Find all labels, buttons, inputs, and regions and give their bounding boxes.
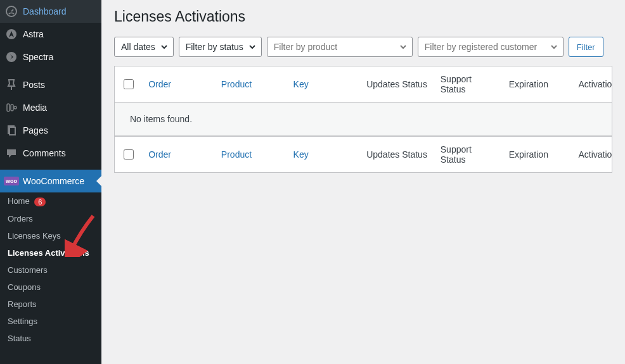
column-header-activation: Activation Status bbox=[572, 72, 612, 97]
sidebar-item-label: Pages bbox=[23, 125, 48, 135]
select-all-cell-footer bbox=[115, 142, 142, 167]
sidebar-item-astra[interactable]: Astra bbox=[0, 23, 101, 46]
pages-icon bbox=[5, 124, 18, 137]
submenu-item-customers[interactable]: Customers bbox=[0, 261, 101, 279]
chevron-down-icon bbox=[550, 43, 558, 51]
submenu-item-settings[interactable]: Settings bbox=[0, 313, 101, 330]
dashboard-icon bbox=[5, 5, 18, 18]
filter-button[interactable]: Filter bbox=[569, 37, 603, 57]
sidebar-item-label: Comments bbox=[23, 148, 66, 158]
select-placeholder: Filter by product bbox=[274, 42, 337, 52]
column-footer-key[interactable]: Key bbox=[287, 142, 361, 167]
table-header: Order Product Key Updates Status Support… bbox=[115, 66, 612, 103]
submenu-label: Customers bbox=[8, 265, 48, 275]
sidebar-item-label: Dashboard bbox=[23, 6, 67, 16]
submenu-item-orders[interactable]: Orders bbox=[0, 210, 101, 227]
submenu-label: Licenses Keys bbox=[8, 231, 61, 241]
submenu-label: Coupons bbox=[8, 282, 41, 292]
submenu-item-home[interactable]: Home 6 bbox=[0, 192, 101, 210]
sidebar-item-label: WooCommerce bbox=[23, 176, 84, 186]
column-header-support: Support Status bbox=[434, 66, 503, 102]
column-footer-updates: Updates Status bbox=[360, 142, 434, 167]
filter-bar: All dates Filter by status Filter by pro… bbox=[114, 37, 612, 57]
sidebar-item-pages[interactable]: Pages bbox=[0, 119, 101, 142]
comments-icon bbox=[5, 147, 18, 160]
select-all-checkbox-footer[interactable] bbox=[124, 149, 134, 160]
spectra-icon bbox=[5, 51, 18, 63]
submenu-label: Settings bbox=[8, 317, 37, 326]
sidebar-item-media[interactable]: Media bbox=[0, 96, 101, 119]
sidebar-item-posts[interactable]: Posts bbox=[0, 73, 101, 96]
column-header-expiration: Expiration bbox=[503, 72, 572, 97]
sidebar-item-label: Media bbox=[23, 103, 47, 113]
empty-state: No items found. bbox=[115, 103, 612, 136]
svg-line-1 bbox=[11, 9, 13, 11]
sidebar-item-label: Posts bbox=[23, 80, 45, 90]
chevron-down-icon bbox=[399, 43, 407, 51]
status-select[interactable]: Filter by status bbox=[179, 37, 262, 57]
svg-point-3 bbox=[6, 52, 16, 62]
main-content: Licenses Activations All dates Filter by… bbox=[101, 0, 625, 364]
submenu-label: Home bbox=[8, 196, 30, 206]
submenu-item-licenses-keys[interactable]: Licenses Keys bbox=[0, 227, 101, 244]
submenu-label: Orders bbox=[8, 214, 33, 223]
data-table: Order Product Key Updates Status Support… bbox=[114, 66, 612, 173]
submenu-item-coupons[interactable]: Coupons bbox=[0, 279, 101, 296]
sidebar-item-label: Astra bbox=[23, 29, 44, 39]
badge-count: 6 bbox=[34, 198, 46, 206]
sidebar-item-dashboard[interactable]: Dashboard bbox=[0, 0, 101, 23]
page-title: Licenses Activations bbox=[114, 8, 612, 25]
chevron-down-icon bbox=[248, 43, 256, 51]
submenu-item-licenses-activations[interactable]: Licenses Activations bbox=[0, 244, 101, 261]
dates-select[interactable]: All dates bbox=[114, 37, 174, 57]
product-select[interactable]: Filter by product bbox=[267, 37, 413, 57]
column-header-product[interactable]: Product bbox=[215, 72, 287, 97]
select-all-cell bbox=[115, 72, 142, 97]
column-footer-expiration: Expiration bbox=[503, 142, 572, 167]
column-header-order[interactable]: Order bbox=[142, 72, 215, 97]
column-header-updates: Updates Status bbox=[360, 72, 434, 97]
astra-icon bbox=[5, 28, 18, 41]
sidebar-item-woocommerce[interactable]: woo WooCommerce bbox=[0, 170, 101, 192]
woo-icon: woo bbox=[5, 175, 18, 187]
column-footer-support: Support Status bbox=[434, 137, 503, 172]
column-footer-order[interactable]: Order bbox=[142, 142, 215, 167]
select-all-checkbox[interactable] bbox=[124, 79, 134, 89]
column-footer-product[interactable]: Product bbox=[215, 142, 287, 167]
chevron-down-icon bbox=[160, 43, 168, 51]
pin-icon bbox=[5, 78, 18, 91]
svg-point-4 bbox=[14, 106, 16, 109]
table-footer: Order Product Key Updates Status Support… bbox=[115, 136, 612, 172]
select-placeholder: Filter by registered customer bbox=[425, 42, 537, 52]
select-label: All dates bbox=[121, 42, 155, 52]
media-icon bbox=[5, 101, 18, 114]
submenu-item-reports[interactable]: Reports bbox=[0, 296, 101, 313]
admin-sidebar: Dashboard Astra Spectra Posts Media bbox=[0, 0, 101, 364]
submenu-label: Status bbox=[8, 334, 31, 343]
sidebar-item-comments[interactable]: Comments bbox=[0, 142, 101, 165]
sidebar-item-label: Spectra bbox=[23, 52, 53, 62]
submenu-item-status[interactable]: Status bbox=[0, 330, 101, 347]
svg-rect-6 bbox=[10, 127, 15, 135]
select-label: Filter by status bbox=[186, 42, 243, 52]
submenu-label: Licenses Activations bbox=[8, 248, 89, 258]
customer-select[interactable]: Filter by registered customer bbox=[418, 37, 564, 57]
column-header-key[interactable]: Key bbox=[287, 72, 361, 97]
sidebar-item-spectra[interactable]: Spectra bbox=[0, 46, 101, 68]
submenu-label: Reports bbox=[8, 299, 37, 309]
column-footer-activation: Activation Status bbox=[572, 142, 612, 167]
